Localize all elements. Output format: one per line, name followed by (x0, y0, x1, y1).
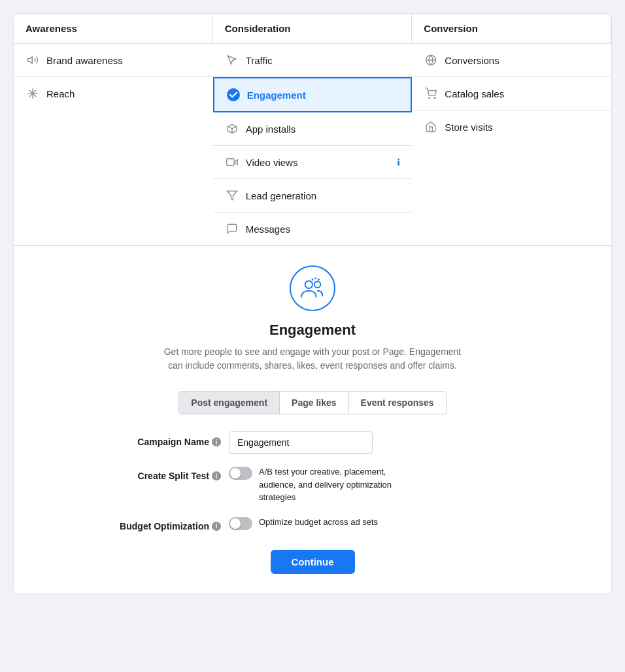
svg-marker-7 (234, 160, 237, 165)
reach-label: Reach (46, 88, 75, 99)
campaign-name-row: Campaign Name i (116, 431, 509, 454)
messages-item[interactable]: Messages (213, 212, 413, 245)
lead-generation-label: Lead generation (246, 190, 316, 201)
engagement-item[interactable]: Engagement (213, 77, 413, 112)
people-icon (300, 276, 325, 301)
cursor-icon (225, 53, 239, 67)
catalog-sales-label: Catalog sales (445, 88, 504, 99)
awareness-header: Awareness (14, 14, 213, 44)
store-visits-label: Store visits (445, 122, 492, 133)
brand-awareness-label: Brand awareness (46, 55, 123, 66)
continue-row: Continue (116, 543, 509, 574)
continue-button[interactable]: Continue (271, 550, 355, 574)
conversions-item[interactable]: Conversions (412, 44, 611, 77)
svg-marker-0 (28, 57, 33, 64)
tabs-row: Post engagement Page likes Event respons… (178, 391, 446, 414)
messages-label: Messages (246, 224, 290, 235)
tab-page-likes[interactable]: Page likes (280, 392, 349, 414)
cart-icon (424, 86, 438, 101)
awareness-column: Awareness Brand awareness (14, 14, 213, 245)
objective-grid: Awareness Brand awareness (14, 14, 611, 246)
video-views-info-icon[interactable]: ℹ (397, 157, 400, 167)
svg-point-16 (312, 278, 314, 280)
split-test-desc: A/B test your creative, placement, audie… (259, 465, 403, 504)
main-container: Awareness Brand awareness (13, 13, 612, 594)
filter-icon (225, 188, 239, 203)
budget-optimization-row: Budget Optimization i Optimize budget ac… (116, 516, 509, 531)
split-test-toggle-row: A/B test your creative, placement, audie… (229, 465, 403, 504)
tab-post-engagement[interactable]: Post engagement (179, 392, 280, 414)
store-icon (424, 120, 438, 134)
awareness-items: Brand awareness Reach (14, 44, 213, 110)
consideration-column: Consideration Traffic (213, 14, 413, 245)
conversion-items: Conversions Catalog sales (412, 44, 611, 143)
traffic-item[interactable]: Traffic (213, 44, 413, 77)
svg-point-5 (227, 88, 240, 101)
traffic-label: Traffic (246, 55, 273, 66)
campaign-name-info[interactable]: i (212, 437, 221, 446)
catalog-sales-item[interactable]: Catalog sales (412, 77, 611, 110)
split-test-label: Create Split Test i (116, 465, 221, 481)
svg-point-18 (318, 278, 320, 280)
lead-generation-item[interactable]: Lead generation (213, 179, 413, 212)
conversions-label: Conversions (445, 55, 499, 66)
check-circle-icon (226, 88, 241, 102)
conversion-column: Conversion Conversions (412, 14, 611, 245)
campaign-name-label: Campaign Name i (116, 431, 221, 447)
globe-icon (424, 53, 438, 67)
video-views-label: Video views (246, 157, 298, 168)
store-visits-item[interactable]: Store visits (412, 110, 611, 143)
split-test-row: Create Split Test i A/B test your creati… (116, 465, 509, 504)
engagement-title: Engagement (269, 322, 356, 339)
conversion-header: Conversion (412, 14, 611, 44)
svg-point-13 (435, 97, 436, 99)
split-test-toggle[interactable] (229, 467, 252, 480)
video-views-item[interactable]: Video views ℹ (213, 146, 413, 179)
budget-toggle-row: Optimize budget across ad sets (229, 516, 378, 530)
engagement-desc: Get more people to see and engage with y… (156, 345, 469, 373)
budget-info[interactable]: i (212, 522, 221, 531)
budget-optimization-label: Budget Optimization i (116, 516, 221, 531)
svg-point-14 (305, 281, 312, 288)
app-installs-item[interactable]: App installs (213, 112, 413, 146)
cube-icon (225, 122, 239, 136)
svg-marker-9 (227, 191, 237, 200)
chat-icon (225, 222, 239, 236)
reach-item[interactable]: Reach (14, 77, 213, 110)
brand-awareness-item[interactable]: Brand awareness (14, 44, 213, 77)
consideration-items: Traffic Engagement (213, 44, 413, 245)
svg-point-12 (429, 97, 430, 99)
svg-point-15 (314, 282, 321, 288)
budget-desc: Optimize budget across ad sets (259, 516, 378, 529)
tab-event-responses[interactable]: Event responses (349, 392, 446, 414)
engagement-label: Engagement (247, 90, 306, 101)
app-installs-label: App installs (246, 124, 296, 135)
bottom-section: Engagement Get more people to see and en… (14, 246, 611, 594)
split-test-info[interactable]: i (212, 471, 221, 480)
form-section: Campaign Name i Create Split Test i A/B … (116, 431, 509, 574)
video-icon (225, 155, 239, 169)
budget-toggle[interactable] (229, 517, 252, 530)
svg-rect-8 (226, 159, 233, 166)
engagement-icon-circle (290, 265, 335, 311)
svg-point-17 (314, 277, 316, 279)
megaphone-icon (25, 53, 40, 67)
campaign-name-input[interactable] (229, 431, 373, 454)
asterisk-icon (25, 86, 40, 101)
consideration-header: Consideration (213, 14, 413, 44)
